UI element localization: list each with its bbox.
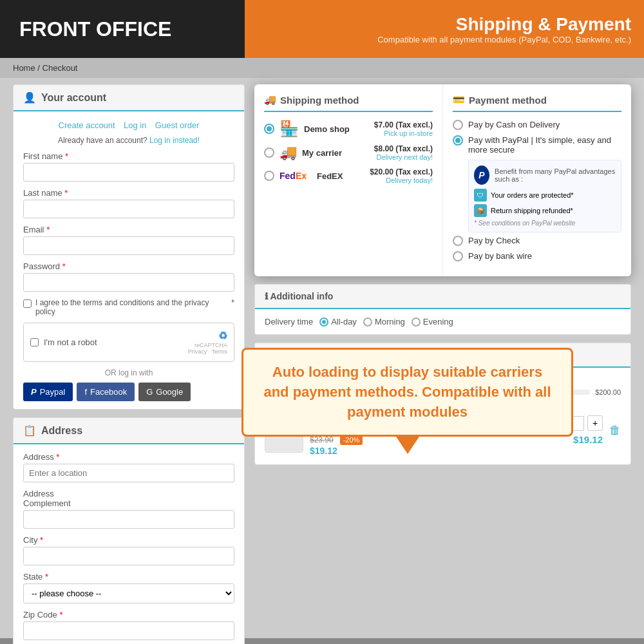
evening-radio[interactable]: [412, 317, 421, 327]
front-office-title: FRONT OFFICE: [19, 17, 171, 41]
account-title: Your account: [41, 92, 106, 104]
module-subtitle: Compatible with all payment modules (Pay…: [377, 35, 631, 44]
cart-item-original-price: $23.90: [310, 435, 334, 444]
carrier-demo-shop[interactable]: 🏪 Demo shop $7.00 (Tax excl.) Pick up in…: [264, 120, 433, 138]
state-select[interactable]: -- please choose --: [23, 583, 234, 603]
callout-overlay: Auto loading to display suitable carrier…: [242, 348, 573, 437]
account-card: 👤 Your account Create account Log in Gue…: [13, 84, 245, 410]
additional-info-card: ℹ Additional info Delivery time All-day …: [254, 284, 631, 335]
state-row: State * -- please choose --: [23, 572, 234, 603]
google-login-button[interactable]: G Google: [138, 383, 191, 401]
paypal-login-button[interactable]: P Paypal: [23, 383, 73, 401]
bank-wire-label: Pay by bank wire: [468, 251, 532, 261]
additional-info-header: ℹ Additional info: [255, 285, 630, 309]
morning-option[interactable]: Morning: [363, 317, 405, 327]
address-card-header: 📋 Address: [14, 418, 244, 444]
quantity-increase-button[interactable]: +: [587, 415, 603, 431]
header-right: Shipping & Payment Compatible with all p…: [245, 0, 644, 58]
address-complement-label: AddressComplement: [23, 489, 234, 508]
carrier-fedex-radio[interactable]: [264, 171, 274, 181]
user-icon: 👤: [23, 91, 36, 104]
login-instead-link[interactable]: Log in instead!: [149, 136, 200, 145]
already-have-text: Already have an account? Log in instead!: [23, 136, 234, 145]
google-icon: G: [146, 387, 153, 397]
allday-label: All-day: [331, 317, 357, 327]
callout-text: Auto loading to display suitable carrier…: [260, 363, 555, 422]
shipping-header: 🚚 Shipping method: [264, 94, 433, 112]
demo-shop-price: $7.00 (Tax excl.) Pick up in-store: [374, 120, 433, 137]
terms-checkbox[interactable]: [23, 299, 32, 308]
or-login-text: OR log in with: [23, 368, 234, 377]
demo-shop-info: Demo shop: [304, 124, 369, 134]
city-input[interactable]: [23, 547, 234, 565]
progress-end: $200.00: [595, 388, 621, 396]
payment-check[interactable]: Pay by Check: [453, 236, 621, 246]
payment-cash[interactable]: Pay by Cash on Delivery: [453, 120, 621, 130]
first-name-input[interactable]: [23, 163, 234, 182]
first-name-label: First name *: [23, 151, 234, 161]
payment-title: Payment method: [469, 95, 547, 106]
evening-option[interactable]: Evening: [412, 317, 453, 327]
email-label: Email *: [23, 225, 234, 234]
carrier-my-carrier[interactable]: 🚚 My carrier $8.00 (Tax excl.) Delivery …: [264, 144, 433, 161]
check-label: Pay by Check: [468, 236, 520, 245]
carrier-demo-radio[interactable]: [264, 124, 274, 134]
demo-shop-icon: 🏪: [279, 120, 299, 138]
my-carrier-info: My carrier: [302, 148, 369, 158]
delivery-time-row: Delivery time All-day Morning Evening: [265, 317, 621, 327]
morning-radio[interactable]: [363, 317, 372, 327]
paypal-details: P Benefit from many PayPal advantages su…: [468, 160, 621, 232]
guest-order-link[interactable]: Guest order: [155, 120, 200, 130]
check-radio[interactable]: [453, 236, 463, 246]
breadcrumb-separator: /: [37, 63, 40, 73]
last-name-input[interactable]: [23, 200, 234, 218]
city-label: City *: [23, 535, 234, 545]
breadcrumb-current: Checkout: [43, 63, 78, 73]
payment-paypal[interactable]: Pay with PayPal | It's simple, easy and …: [453, 135, 621, 155]
benefit-return-shipping: 📦 Return shipping refunded*: [474, 204, 616, 217]
payment-panel: 💳 Payment method Pay by Cash on Delivery…: [443, 84, 631, 276]
shield-icon: 🛡: [474, 189, 487, 202]
address-icon: 📋: [23, 424, 36, 437]
fedex-price: $20.00 (Tax excl.) Delivery today!: [370, 167, 433, 184]
captcha-checkbox[interactable]: [30, 338, 39, 346]
bank-wire-radio[interactable]: [453, 251, 463, 261]
zip-input[interactable]: [23, 621, 234, 640]
account-links: Create account Log in Guest order: [23, 119, 234, 131]
account-card-header: 👤 Your account: [14, 85, 244, 111]
delete-item-button[interactable]: 🗑: [609, 424, 621, 437]
box-icon: 📦: [474, 204, 487, 217]
state-label: State *: [23, 572, 234, 582]
payment-icon: 💳: [453, 94, 465, 106]
shipping-payment-card: 🚚 Shipping method 🏪 Demo shop $7.00 (Tax…: [254, 84, 631, 276]
create-account-link[interactable]: Create account: [59, 120, 115, 130]
my-carrier-name: My carrier: [302, 148, 369, 158]
facebook-login-button[interactable]: f Facebook: [77, 383, 135, 401]
module-title: Shipping & Payment: [456, 14, 631, 35]
allday-radio[interactable]: [319, 317, 328, 327]
address-label: Address *: [23, 452, 234, 462]
carrier-fedex[interactable]: FedEx FedEX $20.00 (Tax excl.) Delivery …: [264, 167, 433, 184]
cash-radio[interactable]: [453, 120, 463, 130]
paypal-conditions: * See conditions on PayPal website: [474, 220, 616, 227]
fedex-logo: FedEx: [279, 171, 312, 181]
login-link[interactable]: Log in: [124, 120, 146, 130]
carrier-my-radio[interactable]: [264, 147, 274, 158]
callout-arrow: [395, 435, 421, 454]
breadcrumb-home[interactable]: Home: [13, 63, 35, 73]
email-input[interactable]: [23, 236, 234, 255]
password-label: Password *: [23, 261, 234, 271]
paypal-label: Pay with PayPal | It's simple, easy and …: [468, 135, 621, 155]
paypal-logo: P: [474, 166, 489, 185]
allday-option[interactable]: All-day: [319, 317, 357, 327]
benefit-orders-protected: 🛡 Your orders are protected*: [474, 189, 616, 202]
password-input[interactable]: [23, 273, 234, 292]
shipping-panel: 🚚 Shipping method 🏪 Demo shop $7.00 (Tax…: [254, 84, 443, 276]
address-input[interactable]: [23, 464, 234, 482]
paypal-radio[interactable]: [453, 135, 463, 146]
benefit-orders-text: Your orders are protected*: [491, 191, 574, 199]
benefit-return-text: Return shipping refunded*: [491, 207, 573, 214]
additional-info-title: Additional info: [270, 291, 333, 301]
address-complement-input[interactable]: [23, 510, 234, 529]
payment-bank-wire[interactable]: Pay by bank wire: [453, 251, 621, 261]
